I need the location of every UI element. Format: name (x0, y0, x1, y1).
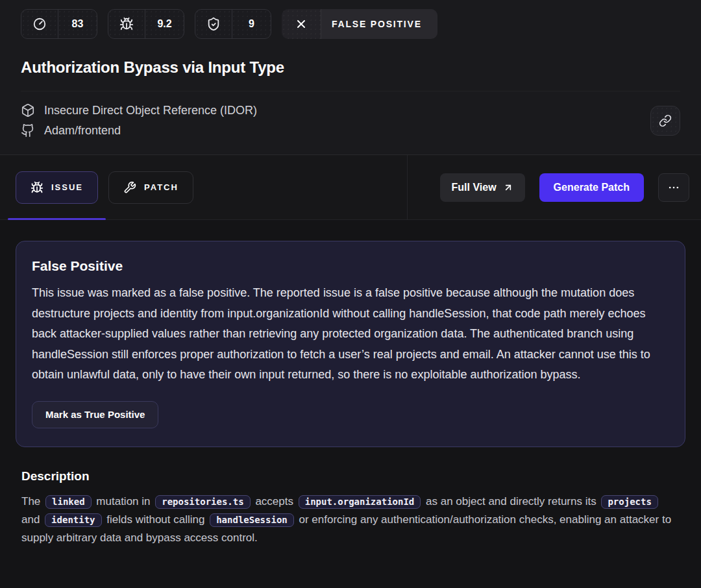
shield-badge: 9 (195, 9, 271, 39)
tab-actions: Full View Generate Patch (408, 155, 701, 219)
inline-code-chip: input.organizationId (299, 495, 421, 509)
wrench-icon (123, 181, 136, 194)
status-badge[interactable]: FALSE POSITIVE (282, 9, 437, 39)
cube-icon (21, 103, 35, 117)
inline-code-chip: handleSession (210, 513, 294, 527)
tab-patch-label: PATCH (144, 182, 178, 192)
status-label: FALSE POSITIVE (321, 9, 437, 39)
issue-content: False Positive This issue was marked as … (0, 220, 701, 546)
bug-icon (31, 181, 43, 194)
link-icon (659, 114, 672, 127)
score-value: 83 (58, 10, 97, 38)
issue-detail-page: 83 9.2 9 FALSE POSITIVE Aut (0, 0, 701, 546)
tab-issue[interactable]: ISSUE (16, 171, 98, 204)
description-section: Description The linked mutation in repos… (16, 469, 685, 546)
bug-icon (108, 10, 145, 38)
mark-true-positive-button[interactable]: Mark as True Positive (32, 401, 158, 428)
github-icon (21, 123, 35, 138)
more-options-button[interactable] (658, 173, 689, 202)
copy-link-button[interactable] (650, 106, 680, 136)
page-title: Authorization Bypass via Input Type (21, 57, 680, 78)
tab-bar: ISSUE PATCH Full View Generate Patch (0, 155, 701, 220)
severity-value: 9.2 (145, 10, 184, 38)
full-view-label: Full View (452, 182, 497, 193)
generate-patch-button[interactable]: Generate Patch (539, 173, 644, 202)
false-positive-body: This issue was marked as a false positiv… (32, 283, 669, 386)
tab-issue-label: ISSUE (51, 182, 83, 192)
arrow-up-right-icon (503, 182, 513, 193)
active-tab-indicator (8, 218, 106, 220)
inline-code-chip: linked (45, 495, 92, 509)
false-positive-card: False Positive This issue was marked as … (16, 241, 685, 447)
tabs-group: ISSUE PATCH (0, 155, 408, 219)
false-positive-title: False Positive (32, 258, 669, 274)
score-badge: 83 (21, 9, 97, 39)
inline-code-chip: projects (601, 495, 658, 509)
repository-row: Adam/frontend (21, 123, 257, 138)
vulnerability-type-label: Insecure Direct Object Reference (IDOR) (44, 104, 257, 117)
ellipsis-icon (667, 181, 680, 194)
badge-row: 83 9.2 9 FALSE POSITIVE (21, 9, 680, 39)
vulnerability-type-row: Insecure Direct Object Reference (IDOR) (21, 103, 257, 117)
shield-check-icon (195, 10, 232, 38)
description-text: The linked mutation in repositories.ts a… (21, 493, 680, 546)
meta-section: Insecure Direct Object Reference (IDOR) … (21, 91, 680, 154)
inline-code-chip: repositories.ts (155, 495, 250, 509)
x-icon (282, 9, 321, 39)
issue-header: 83 9.2 9 FALSE POSITIVE Aut (0, 0, 701, 155)
severity-badge: 9.2 (108, 9, 184, 39)
description-title: Description (21, 469, 680, 484)
full-view-button[interactable]: Full View (440, 173, 525, 202)
repository-label: Adam/frontend (44, 124, 121, 138)
shield-value: 9 (232, 10, 271, 38)
inline-code-chip: identity (45, 513, 101, 527)
tab-patch[interactable]: PATCH (108, 171, 193, 204)
gauge-icon (21, 10, 58, 38)
